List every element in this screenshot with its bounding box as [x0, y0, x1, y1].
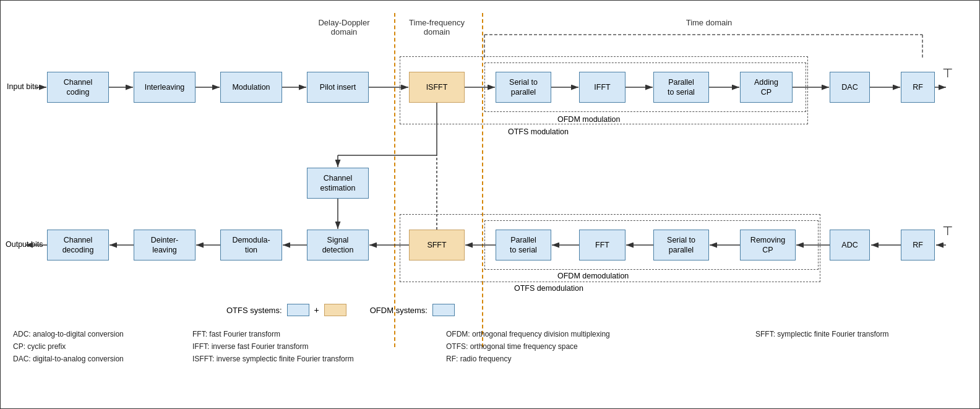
abbrev-rf: RF: radio frequency [446, 355, 511, 363]
output-bits-label: Output bits [6, 240, 43, 249]
parallel-to-serial-rx-block: Parallelto serial [496, 230, 551, 260]
abbrev-ifft: IFFT: inverse fast Fourier transform [192, 342, 308, 351]
ofdm-blue-swatch [432, 304, 455, 316]
abbrev-sfft: SFFT: symplectic finite Fourier transfor… [755, 330, 888, 338]
serial-to-parallel-tx-block: Serial toparallel [496, 72, 551, 103]
delay-doppler-label: Delay-Dopplerdomain [304, 18, 384, 37]
abbrev-isfft: ISFFT: inverse symplectic finite Fourier… [192, 355, 354, 363]
input-bits-label: Input bits [7, 82, 38, 91]
signal-detection-block: Signaldetection [307, 230, 369, 260]
rf-tx-block: RF [901, 72, 935, 103]
removing-cp-block: RemovingCP [740, 230, 796, 260]
time-domain-label: Time domain [601, 18, 817, 27]
adc-block: ADC [830, 230, 870, 260]
otfs-systems-label: OTFS systems: [226, 306, 282, 315]
abbrev-ofdm: OFDM: orthogonal frequency division mult… [446, 330, 610, 338]
ofdm-systems-label: OFDM systems: [370, 306, 428, 315]
deinterleaving-block: Deinter-leaving [134, 230, 196, 260]
channel-decoding-block: Channeldecoding [47, 230, 109, 260]
rf-rx-block: RF [901, 230, 935, 260]
channel-coding-block: Channelcoding [47, 72, 109, 103]
otfs-demodulation-label: OTFS demodulation [514, 284, 583, 293]
abbrev-cp: CP: cyclic prefix [13, 342, 66, 351]
diagram-container: Delay-Dopplerdomain Time-frequencydomain… [0, 0, 980, 409]
interleaving-block: Interleaving [134, 72, 196, 103]
abbrev-fft: FFT: fast Fourier transform [192, 330, 280, 338]
time-frequency-label: Time-frequencydomain [397, 18, 477, 37]
otfs-orange-swatch [324, 304, 346, 316]
fft-block: FFT [579, 230, 625, 260]
pilot-insert-block: Pilot insert [307, 72, 369, 103]
ifft-block: IFFT [579, 72, 625, 103]
channel-estimation-block: Channelestimation [307, 168, 369, 199]
antenna-rx: ⊤ [942, 223, 953, 238]
abbrev-otfs: OTFS: orthogonal time frequency space [446, 342, 578, 351]
antenna-tx: ⊤ [942, 66, 953, 80]
otfs-blue-swatch [287, 304, 309, 316]
plus-sign: + [314, 305, 319, 315]
legend-area: OTFS systems: + OFDM systems: [226, 304, 455, 316]
otfs-modulation-label: OTFS modulation [508, 127, 569, 136]
serial-to-parallel-rx-block: Serial toparallel [653, 230, 709, 260]
parallel-to-serial-tx-block: Parallelto serial [653, 72, 709, 103]
abbrev-adc: ADC: analog-to-digital conversion [13, 330, 124, 338]
adding-cp-block: AddingCP [740, 72, 793, 103]
dac-block: DAC [830, 72, 870, 103]
domain-separator-left [394, 13, 395, 347]
isfft-block: ISFFT [409, 72, 465, 103]
sfft-block: SFFT [409, 230, 465, 260]
modulation-block: Modulation [220, 72, 282, 103]
demodulation-block: Demodula-tion [220, 230, 282, 260]
abbrev-dac: DAC: digital-to-analog conversion [13, 355, 124, 363]
